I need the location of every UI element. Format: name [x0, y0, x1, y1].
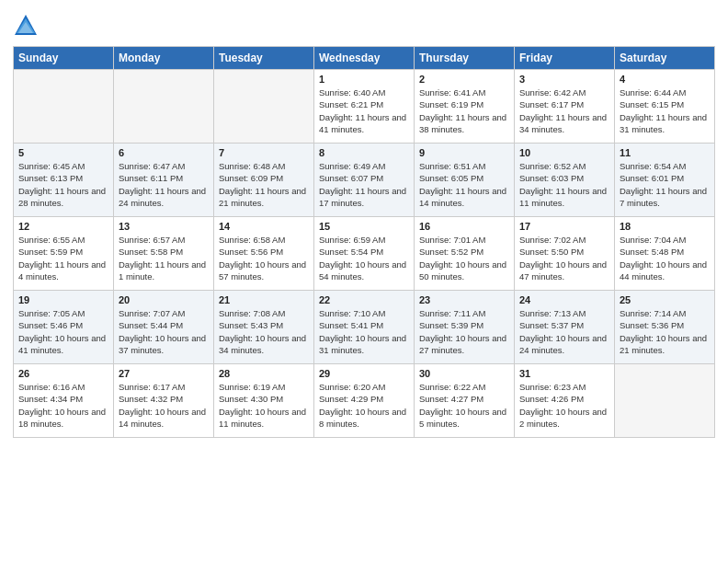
- day-number: 27: [119, 368, 209, 379]
- calendar-cell: 25Sunrise: 7:14 AM Sunset: 5:36 PM Dayli…: [615, 291, 715, 364]
- logo: [13, 13, 42, 39]
- day-info: Sunrise: 6:44 AM Sunset: 6:15 PM Dayligh…: [620, 86, 710, 135]
- day-number: 17: [519, 221, 609, 232]
- calendar-cell: 27Sunrise: 6:17 AM Sunset: 4:32 PM Dayli…: [114, 364, 214, 438]
- calendar-cell: 19Sunrise: 7:05 AM Sunset: 5:46 PM Dayli…: [14, 291, 114, 364]
- day-number: 3: [519, 74, 609, 85]
- day-number: 24: [519, 294, 609, 305]
- calendar-cell: [14, 70, 114, 144]
- day-number: 25: [620, 294, 710, 305]
- day-number: 13: [119, 221, 209, 232]
- calendar-cell: 23Sunrise: 7:11 AM Sunset: 5:39 PM Dayli…: [415, 291, 515, 364]
- calendar-cell: 30Sunrise: 6:22 AM Sunset: 4:27 PM Dayli…: [415, 364, 515, 438]
- day-info: Sunrise: 6:55 AM Sunset: 5:59 PM Dayligh…: [18, 234, 108, 282]
- calendar-cell: 31Sunrise: 6:23 AM Sunset: 4:26 PM Dayli…: [515, 364, 615, 438]
- day-info: Sunrise: 6:17 AM Sunset: 4:32 PM Dayligh…: [119, 381, 209, 430]
- calendar-cell: 20Sunrise: 7:07 AM Sunset: 5:44 PM Dayli…: [114, 291, 214, 364]
- day-number: 22: [319, 294, 409, 305]
- calendar-cell: 12Sunrise: 6:55 AM Sunset: 5:59 PM Dayli…: [14, 217, 114, 291]
- day-info: Sunrise: 6:51 AM Sunset: 6:05 PM Dayligh…: [419, 160, 509, 209]
- calendar-cell: [615, 364, 715, 438]
- calendar-cell: 22Sunrise: 7:10 AM Sunset: 5:41 PM Dayli…: [314, 291, 415, 364]
- day-info: Sunrise: 7:05 AM Sunset: 5:46 PM Dayligh…: [18, 307, 108, 356]
- calendar-cell: [214, 70, 314, 144]
- day-info: Sunrise: 7:13 AM Sunset: 5:37 PM Dayligh…: [519, 307, 609, 356]
- calendar-cell: 8Sunrise: 6:49 AM Sunset: 6:07 PM Daylig…: [314, 144, 415, 217]
- day-number: 18: [620, 221, 710, 232]
- day-info: Sunrise: 7:04 AM Sunset: 5:48 PM Dayligh…: [620, 234, 710, 282]
- day-info: Sunrise: 6:19 AM Sunset: 4:30 PM Dayligh…: [219, 381, 309, 430]
- day-number: 19: [18, 294, 108, 305]
- day-info: Sunrise: 6:41 AM Sunset: 6:19 PM Dayligh…: [419, 86, 509, 135]
- header-day-sunday: Sunday: [14, 47, 114, 70]
- header-day-saturday: Saturday: [615, 47, 715, 70]
- day-number: 15: [319, 221, 409, 232]
- day-number: 31: [519, 368, 609, 379]
- week-row-3: 19Sunrise: 7:05 AM Sunset: 5:46 PM Dayli…: [14, 291, 715, 364]
- day-info: Sunrise: 7:01 AM Sunset: 5:52 PM Dayligh…: [419, 234, 509, 282]
- week-row-4: 26Sunrise: 6:16 AM Sunset: 4:34 PM Dayli…: [14, 364, 715, 438]
- day-number: 10: [519, 147, 609, 158]
- day-number: 6: [119, 147, 209, 158]
- day-info: Sunrise: 6:20 AM Sunset: 4:29 PM Dayligh…: [319, 381, 409, 430]
- day-info: Sunrise: 7:11 AM Sunset: 5:39 PM Dayligh…: [419, 307, 509, 356]
- day-info: Sunrise: 6:49 AM Sunset: 6:07 PM Dayligh…: [319, 160, 409, 209]
- day-info: Sunrise: 6:22 AM Sunset: 4:27 PM Dayligh…: [419, 381, 509, 430]
- calendar-cell: 1Sunrise: 6:40 AM Sunset: 6:21 PM Daylig…: [314, 70, 415, 144]
- header: [13, 9, 715, 39]
- day-info: Sunrise: 7:07 AM Sunset: 5:44 PM Dayligh…: [119, 307, 209, 356]
- day-number: 8: [319, 147, 409, 158]
- calendar-cell: 18Sunrise: 7:04 AM Sunset: 5:48 PM Dayli…: [615, 217, 715, 291]
- day-number: 21: [219, 294, 309, 305]
- calendar-cell: 15Sunrise: 6:59 AM Sunset: 5:54 PM Dayli…: [314, 217, 415, 291]
- day-number: 26: [18, 368, 108, 379]
- day-number: 1: [319, 74, 409, 85]
- day-info: Sunrise: 7:10 AM Sunset: 5:41 PM Dayligh…: [319, 307, 409, 356]
- calendar-cell: 21Sunrise: 7:08 AM Sunset: 5:43 PM Dayli…: [214, 291, 314, 364]
- header-day-wednesday: Wednesday: [314, 47, 415, 70]
- day-number: 4: [620, 74, 710, 85]
- calendar-cell: 24Sunrise: 7:13 AM Sunset: 5:37 PM Dayli…: [515, 291, 615, 364]
- calendar-cell: 14Sunrise: 6:58 AM Sunset: 5:56 PM Dayli…: [214, 217, 314, 291]
- calendar-cell: [114, 70, 214, 144]
- day-info: Sunrise: 6:52 AM Sunset: 6:03 PM Dayligh…: [519, 160, 609, 209]
- calendar-cell: 29Sunrise: 6:20 AM Sunset: 4:29 PM Dayli…: [314, 364, 415, 438]
- day-number: 2: [419, 74, 509, 85]
- logo-icon: [13, 13, 39, 39]
- day-number: 23: [419, 294, 509, 305]
- day-info: Sunrise: 6:57 AM Sunset: 5:58 PM Dayligh…: [119, 234, 209, 282]
- day-info: Sunrise: 6:48 AM Sunset: 6:09 PM Dayligh…: [219, 160, 309, 209]
- week-row-2: 12Sunrise: 6:55 AM Sunset: 5:59 PM Dayli…: [14, 217, 715, 291]
- day-number: 16: [419, 221, 509, 232]
- page: SundayMondayTuesdayWednesdayThursdayFrid…: [0, 0, 728, 563]
- calendar-cell: 6Sunrise: 6:47 AM Sunset: 6:11 PM Daylig…: [114, 144, 214, 217]
- header-row: SundayMondayTuesdayWednesdayThursdayFrid…: [14, 47, 715, 70]
- calendar-cell: 26Sunrise: 6:16 AM Sunset: 4:34 PM Dayli…: [14, 364, 114, 438]
- calendar-cell: 28Sunrise: 6:19 AM Sunset: 4:30 PM Dayli…: [214, 364, 314, 438]
- calendar-cell: 7Sunrise: 6:48 AM Sunset: 6:09 PM Daylig…: [214, 144, 314, 217]
- day-number: 30: [419, 368, 509, 379]
- day-number: 14: [219, 221, 309, 232]
- day-info: Sunrise: 6:45 AM Sunset: 6:13 PM Dayligh…: [18, 160, 108, 209]
- calendar-table: SundayMondayTuesdayWednesdayThursdayFrid…: [13, 46, 715, 438]
- day-info: Sunrise: 6:23 AM Sunset: 4:26 PM Dayligh…: [519, 381, 609, 430]
- calendar-cell: 10Sunrise: 6:52 AM Sunset: 6:03 PM Dayli…: [515, 144, 615, 217]
- day-info: Sunrise: 6:58 AM Sunset: 5:56 PM Dayligh…: [219, 234, 309, 282]
- day-number: 5: [18, 147, 108, 158]
- day-number: 11: [620, 147, 710, 158]
- header-day-friday: Friday: [515, 47, 615, 70]
- calendar-cell: 17Sunrise: 7:02 AM Sunset: 5:50 PM Dayli…: [515, 217, 615, 291]
- day-number: 28: [219, 368, 309, 379]
- day-info: Sunrise: 7:08 AM Sunset: 5:43 PM Dayligh…: [219, 307, 309, 356]
- calendar-cell: 5Sunrise: 6:45 AM Sunset: 6:13 PM Daylig…: [14, 144, 114, 217]
- calendar-cell: 2Sunrise: 6:41 AM Sunset: 6:19 PM Daylig…: [415, 70, 515, 144]
- calendar-cell: 16Sunrise: 7:01 AM Sunset: 5:52 PM Dayli…: [415, 217, 515, 291]
- day-info: Sunrise: 6:40 AM Sunset: 6:21 PM Dayligh…: [319, 86, 409, 135]
- week-row-0: 1Sunrise: 6:40 AM Sunset: 6:21 PM Daylig…: [14, 70, 715, 144]
- calendar-cell: 4Sunrise: 6:44 AM Sunset: 6:15 PM Daylig…: [615, 70, 715, 144]
- day-info: Sunrise: 7:14 AM Sunset: 5:36 PM Dayligh…: [620, 307, 710, 356]
- day-info: Sunrise: 6:59 AM Sunset: 5:54 PM Dayligh…: [319, 234, 409, 282]
- calendar-cell: 3Sunrise: 6:42 AM Sunset: 6:17 PM Daylig…: [515, 70, 615, 144]
- calendar-cell: 9Sunrise: 6:51 AM Sunset: 6:05 PM Daylig…: [415, 144, 515, 217]
- header-day-monday: Monday: [114, 47, 214, 70]
